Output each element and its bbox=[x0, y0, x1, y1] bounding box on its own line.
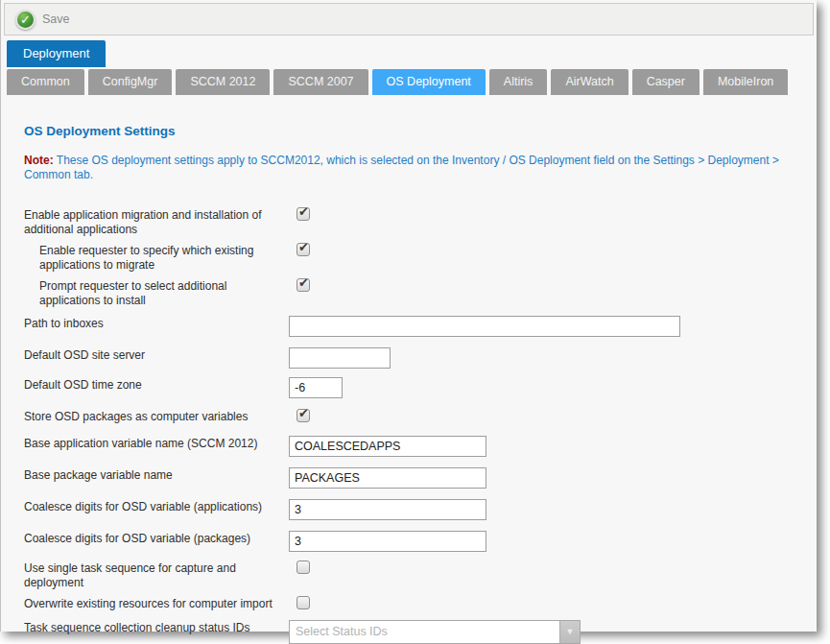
field-label: Task sequence collection cleanup status … bbox=[24, 620, 289, 635]
page-title: OS Deployment Settings bbox=[24, 124, 797, 138]
default-osd-site-server-input[interactable] bbox=[289, 347, 391, 369]
tab-casper[interactable]: Casper bbox=[632, 69, 700, 95]
tab-configmgr[interactable]: ConfigMgr bbox=[88, 69, 173, 95]
field-label: Enable application migration and install… bbox=[24, 207, 289, 237]
field-label: Coalesce digits for OSD variable (packag… bbox=[24, 531, 289, 546]
field-label: Enable requester to specify which existi… bbox=[24, 243, 289, 273]
field-row-prompt-requester-select: Prompt requester to select additional ap… bbox=[24, 278, 797, 308]
coalesce-digits-packages-input[interactable] bbox=[289, 531, 486, 552]
field-row-enable-requester-specify: Enable requester to specify which existi… bbox=[24, 243, 797, 273]
settings-note: Note: These OS deployment settings apply… bbox=[24, 154, 797, 182]
field-label: Path to inboxes bbox=[24, 316, 289, 331]
note-text: These OS deployment settings apply to SC… bbox=[24, 154, 779, 181]
field-row-task-sequence-cleanup: Task sequence collection cleanup status … bbox=[24, 620, 797, 644]
tab-os-deployment[interactable]: OS Deployment bbox=[372, 69, 486, 95]
save-check-icon: ✓ bbox=[15, 10, 36, 30]
field-row-default-osd-time-zone: Default OSD time zone bbox=[24, 377, 797, 398]
tab-airwatch[interactable]: AirWatch bbox=[551, 69, 628, 95]
tab-altiris[interactable]: Altiris bbox=[489, 69, 548, 95]
field-row-enable-app-migration: Enable application migration and install… bbox=[24, 207, 797, 237]
field-label: Prompt requester to select additional ap… bbox=[24, 278, 289, 308]
store-osd-packages-checkbox[interactable] bbox=[296, 409, 310, 422]
save-button-label: Save bbox=[42, 12, 70, 26]
field-label: Default OSD site server bbox=[24, 347, 289, 363]
field-row-default-osd-site-server: Default OSD site server bbox=[24, 347, 797, 369]
single-task-sequence-checkbox[interactable] bbox=[296, 561, 310, 574]
status-ids-dropdown-button[interactable]: ▼ bbox=[559, 621, 580, 643]
note-prefix: Note: bbox=[24, 154, 54, 167]
enable-app-migration-checkbox[interactable] bbox=[296, 207, 310, 221]
path-to-inboxes-input[interactable] bbox=[289, 316, 680, 337]
overwrite-existing-resources-checkbox[interactable] bbox=[296, 596, 310, 609]
default-osd-time-zone-input[interactable] bbox=[289, 377, 343, 398]
field-row-base-package-variable-name: Base package variable name bbox=[24, 467, 797, 489]
field-label: Base application variable name (SCCM 201… bbox=[24, 436, 289, 451]
coalesce-digits-applications-input[interactable] bbox=[289, 499, 486, 520]
tab-sccm-2012[interactable]: SCCM 2012 bbox=[176, 69, 270, 95]
status-ids-dropdown[interactable]: Select Status IDs ▼ bbox=[289, 620, 581, 644]
chevron-down-icon: ▼ bbox=[566, 628, 575, 636]
field-row-coalesce-digits-packages: Coalesce digits for OSD variable (packag… bbox=[24, 531, 797, 552]
field-label: Coalesce digits for OSD variable (applic… bbox=[24, 499, 289, 514]
status-ids-dropdown-value: Select Status IDs bbox=[290, 621, 559, 643]
field-row-single-task-sequence: Use single task sequence for capture and… bbox=[24, 561, 797, 590]
settings-window: ✓ Save Deployment Common ConfigMgr SCCM … bbox=[0, 0, 817, 632]
field-label: Overwrite existing resources for compute… bbox=[24, 596, 289, 611]
prompt-requester-select-checkbox[interactable] bbox=[296, 278, 310, 292]
field-label: Use single task sequence for capture and… bbox=[24, 561, 289, 590]
field-label: Base package variable name bbox=[24, 467, 289, 483]
settings-panel: OS Deployment Settings Note: These OS de… bbox=[1, 95, 817, 644]
tab-mobileiron[interactable]: MobileIron bbox=[703, 69, 788, 95]
save-button[interactable]: ✓ Save bbox=[13, 8, 76, 32]
tab-deployment[interactable]: Deployment bbox=[7, 40, 106, 67]
field-row-overwrite-existing-resources: Overwrite existing resources for compute… bbox=[24, 596, 797, 611]
field-row-path-to-inboxes: Path to inboxes bbox=[24, 316, 797, 337]
tab-common[interactable]: Common bbox=[7, 69, 84, 95]
base-app-variable-name-input[interactable] bbox=[289, 436, 486, 457]
field-row-coalesce-digits-applications: Coalesce digits for OSD variable (applic… bbox=[24, 499, 797, 520]
tab-sccm-2007[interactable]: SCCM 2007 bbox=[273, 69, 368, 95]
save-toolbar: ✓ Save bbox=[4, 3, 814, 36]
field-label: Default OSD time zone bbox=[24, 377, 289, 393]
settings-tab-bar: Common ConfigMgr SCCM 2012 SCCM 2007 OS … bbox=[7, 69, 817, 95]
field-row-base-app-variable-name: Base application variable name (SCCM 201… bbox=[24, 436, 797, 457]
primary-tab-bar: Deployment bbox=[7, 40, 817, 67]
field-label: Store OSD packages as computer variables bbox=[24, 409, 289, 424]
enable-requester-specify-checkbox[interactable] bbox=[296, 243, 310, 256]
base-package-variable-name-input[interactable] bbox=[289, 467, 486, 489]
field-row-store-osd-packages: Store OSD packages as computer variables bbox=[24, 409, 797, 424]
